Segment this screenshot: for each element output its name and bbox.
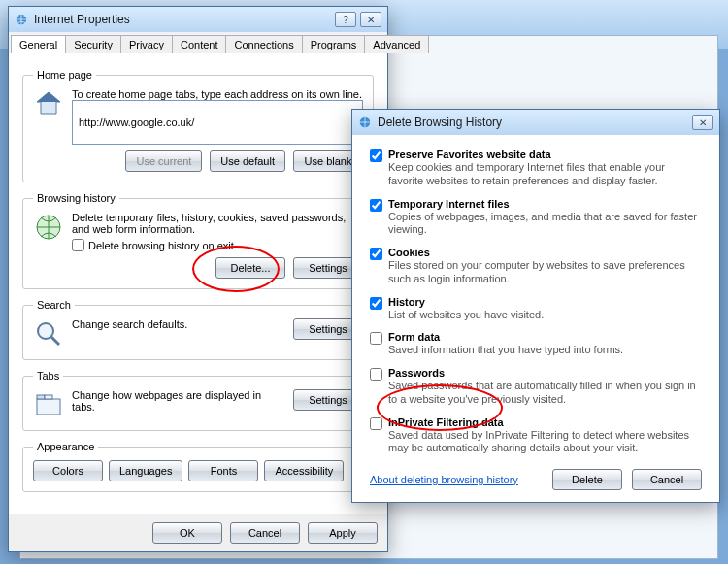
use-default-button[interactable]: Use default [210, 150, 285, 172]
option-inprivate-filtering-data: InPrivate Filtering dataSaved data used … [370, 416, 702, 456]
homepage-instruction: To create home page tabs, type each addr… [72, 88, 363, 100]
dialog-title: Delete Browsing History [378, 116, 502, 129]
tab-content[interactable]: Content [172, 35, 227, 53]
history-instruction: Delete temporary files, history, cookies… [72, 212, 363, 235]
tab-programs[interactable]: Programs [302, 35, 366, 53]
legend-homepage: Home page [33, 69, 96, 81]
legend-search: Search [33, 299, 75, 311]
svg-rect-6 [37, 399, 60, 415]
option-checkbox[interactable] [370, 297, 382, 310]
option-label: Form data [388, 331, 702, 343]
colors-button[interactable]: Colors [33, 460, 103, 481]
group-tabs: Tabs Change how webpages are displayed i… [22, 370, 374, 431]
search-instruction: Change search defaults. [72, 318, 285, 330]
tabs-instruction: Change how webpages are displayed in tab… [72, 389, 285, 413]
languages-button[interactable]: Languages [109, 460, 182, 481]
option-cookies: CookiesFiles stored on your computer by … [370, 247, 702, 286]
home-icon [33, 88, 64, 119]
option-checkbox[interactable] [370, 149, 382, 162]
apply-button[interactable]: Apply [308, 522, 378, 544]
internet-icon [358, 116, 372, 129]
use-current-button[interactable]: Use current [125, 150, 202, 172]
option-label: History [388, 296, 702, 308]
titlebar[interactable]: Internet Properties ? ✕ [9, 7, 387, 32]
option-checkbox[interactable] [370, 332, 382, 345]
legend-tabs: Tabs [33, 370, 63, 382]
tab-advanced[interactable]: Advanced [364, 35, 429, 53]
option-checkbox[interactable] [370, 368, 382, 381]
option-label: Preserve Favorites website data [388, 149, 702, 160]
option-temporary-internet-files: Temporary Internet filesCopies of webpag… [370, 198, 702, 238]
accessibility-button[interactable]: Accessibility [264, 460, 344, 481]
option-history: HistoryList of websites you have visited… [370, 296, 702, 322]
fonts-button[interactable]: Fonts [188, 460, 258, 481]
tab-general[interactable]: General [11, 35, 66, 53]
group-homepage: Home page To create home page tabs, type… [22, 69, 374, 182]
option-label: Passwords [388, 367, 702, 379]
option-label: Cookies [388, 247, 702, 258]
tab-privacy[interactable]: Privacy [120, 35, 173, 53]
option-desc: Saved passwords that are automatically f… [388, 380, 702, 407]
svg-rect-8 [45, 395, 52, 399]
delete-on-exit-label: Delete browsing history on exit [88, 240, 234, 251]
close-button[interactable]: ✕ [360, 12, 381, 27]
svg-point-4 [38, 323, 53, 339]
about-link[interactable]: About deleting browsing history [370, 474, 518, 485]
search-icon [33, 318, 64, 349]
tabs-icon [33, 389, 64, 420]
option-label: InPrivate Filtering data [388, 416, 702, 428]
option-passwords: PasswordsSaved passwords that are automa… [370, 367, 702, 407]
group-browsing-history: Browsing history Delete temporary files,… [22, 192, 374, 289]
option-checkbox[interactable] [370, 199, 382, 212]
delete-button[interactable]: Delete [552, 469, 622, 490]
cancel-button[interactable]: Cancel [632, 469, 702, 490]
help-button[interactable]: ? [335, 12, 356, 27]
history-icon [33, 212, 64, 243]
tab-connections[interactable]: Connections [225, 35, 302, 53]
delete-history-button[interactable]: Delete... [215, 257, 285, 279]
legend-appearance: Appearance [33, 441, 98, 452]
delete-on-exit-checkbox[interactable]: Delete browsing history on exit [72, 239, 363, 251]
titlebar[interactable]: Delete Browsing History ✕ [352, 110, 719, 135]
option-desc: Copies of webpages, images, and media th… [388, 211, 702, 238]
ok-button[interactable]: OK [152, 522, 222, 544]
tab-security[interactable]: Security [65, 35, 121, 53]
close-button[interactable]: ✕ [692, 115, 713, 130]
option-desc: List of websites you have visited. [388, 309, 702, 322]
option-form-data: Form dataSaved information that you have… [370, 331, 702, 357]
option-checkbox[interactable] [370, 248, 382, 260]
homepage-url-input[interactable] [72, 100, 363, 145]
tabstrip: General Security Privacy Content Connect… [11, 34, 385, 53]
option-desc: Files stored on your computer by website… [388, 259, 702, 286]
option-preserve-favorites-website-data: Preserve Favorites website dataKeep cook… [370, 149, 702, 188]
internet-properties-dialog: Internet Properties ? ✕ General Security… [8, 6, 388, 552]
option-desc: Saved data used by InPrivate Filtering t… [388, 429, 702, 456]
cancel-button[interactable]: Cancel [230, 522, 300, 544]
delete-browsing-history-dialog: Delete Browsing History ✕ Preserve Favor… [351, 109, 720, 503]
svg-rect-7 [37, 395, 45, 399]
group-search: Search Change search defaults. Settings [22, 299, 374, 360]
group-appearance: Appearance Colors Languages Fonts Access… [22, 441, 374, 492]
svg-line-5 [51, 337, 59, 345]
internet-options-icon [15, 13, 28, 26]
svg-marker-2 [37, 92, 60, 102]
dialog-title: Internet Properties [34, 13, 130, 26]
option-desc: Saved information that you have typed in… [388, 344, 702, 357]
option-label: Temporary Internet files [388, 198, 702, 210]
option-checkbox[interactable] [370, 417, 382, 430]
legend-browsing-history: Browsing history [33, 192, 119, 204]
dialog-footer: OK Cancel Apply [9, 514, 387, 551]
option-desc: Keep cookies and temporary Internet file… [388, 161, 702, 188]
